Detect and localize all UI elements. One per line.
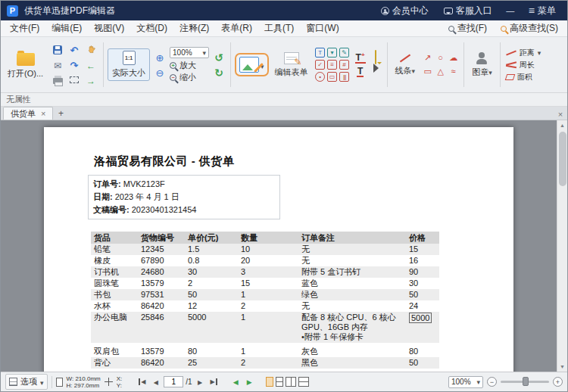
menu-item-4[interactable]: 注释(Z) [173,21,215,35]
previous-page-button[interactable] [150,376,161,387]
print-button[interactable] [50,73,65,87]
minimize-button[interactable] [502,1,519,20]
two-page-view-button[interactable] [286,377,296,387]
menu-item-1[interactable]: 编辑(E) [45,21,88,35]
table-header-cell: 单价(元) [185,232,238,244]
table-cell: 15 [406,244,439,255]
page-height-value: H: 297.0mm [67,382,101,389]
rotate-right-icon [214,66,223,79]
list-box-tool-button[interactable] [327,60,337,70]
actual-size-button[interactable]: 实际大小 [108,48,150,81]
options-button[interactable]: 选项 [5,374,48,390]
redo-button[interactable] [67,58,82,72]
zoom-in-slider-button[interactable] [553,377,563,387]
menu-item-0[interactable]: 文件(F) [4,21,45,35]
table-row: 水杯86420122无24 [91,300,439,312]
note-comment-button[interactable] [375,51,376,64]
distance-tool-button[interactable]: 距离 [504,48,543,58]
area-tool-button[interactable]: 面积 [504,72,543,82]
edit-content-button[interactable] [239,57,259,73]
single-page-view-button[interactable] [266,377,273,387]
oval-tool-button[interactable] [438,54,443,62]
find-button[interactable]: 查找(F) [442,20,493,36]
rectangle-tool-button[interactable] [423,67,431,76]
polygon-tool-button[interactable] [437,67,443,76]
app-menu-button[interactable]: 菜单 [523,1,561,20]
zoom-in-button[interactable]: 放大 [170,60,209,70]
audio-comment-button[interactable] [373,66,379,79]
image-field-tool-button[interactable] [339,60,349,70]
polyline-tool-button[interactable] [451,67,456,76]
select-tool-button[interactable] [67,73,82,87]
edit-text-button[interactable]: T [357,67,364,77]
scroll-up-arrow-icon[interactable] [557,120,568,130]
next-page-button[interactable] [195,376,206,387]
edit-form-button[interactable]: 编辑表单 [271,51,312,79]
scrollbar-thumb[interactable] [559,132,566,186]
add-text-button[interactable]: T [355,51,366,64]
forward-arrow-icon [86,73,95,87]
menu-item-7[interactable]: 窗口(W) [300,21,345,35]
arrow-tool-button[interactable] [424,54,431,62]
menu-item-6[interactable]: 工具(T) [258,21,300,35]
history-back-button[interactable] [230,376,242,387]
continuous-view-button[interactable] [276,377,283,387]
signature-tool-button[interactable] [339,48,349,58]
add-tab-button[interactable] [55,107,67,120]
hand-tool-button[interactable] [83,43,98,57]
tab-supply-list[interactable]: 供货单 [3,107,53,120]
perimeter-tool-button[interactable]: 周长 [504,60,543,70]
page-size-icon [56,378,63,387]
advanced-find-button[interactable]: 高级查找(S) [495,20,564,36]
open-file-button[interactable]: 打开(O)... [4,48,47,81]
previous-view-button[interactable] [83,58,98,72]
barcode-tool-button[interactable] [339,72,349,82]
combo-box-tool-button[interactable] [327,48,337,58]
zoom-slider[interactable] [501,381,549,383]
scroll-down-arrow-icon[interactable] [557,362,568,372]
undo-icon [70,43,79,57]
vertical-scrollbar[interactable] [557,120,567,372]
history-forward-button[interactable] [244,376,255,387]
radio-button-tool-button[interactable] [315,72,325,82]
undo-button[interactable] [67,43,82,57]
member-center-button[interactable]: 会员中心 [376,1,434,20]
save-button[interactable] [50,43,65,57]
page-navigation: /1 [136,376,308,387]
rotate-right-button[interactable] [211,66,226,79]
zoom-out-slider-button[interactable] [487,377,497,387]
distance-label: 距离 [520,48,535,58]
cloud-tool-button[interactable] [449,54,457,62]
document-tabbar: 供货单 [1,107,567,120]
push-button-tool-button[interactable] [327,72,337,82]
zoom-level-select[interactable]: 100% [170,47,209,58]
stamp-button[interactable]: 图章 [468,51,496,79]
menu-item-3[interactable]: 文档(D) [130,21,173,35]
order-number-line: 订单号: MVK2123F [93,178,275,191]
rotate-left-button[interactable] [211,51,226,64]
checkbox-tool-button[interactable] [315,60,325,70]
file-tools-group [49,42,99,88]
next-view-button[interactable] [83,73,98,87]
page-number-input[interactable] [164,376,183,387]
zoom-in-circle-button[interactable] [152,51,167,64]
text-field-tool-button[interactable] [315,48,325,58]
tab-close-icon[interactable] [41,109,45,118]
two-page-continuous-view-button[interactable] [298,377,309,387]
line-tool-button[interactable]: 线条 [392,52,420,78]
first-page-button[interactable] [136,376,148,387]
menu-item-5[interactable]: 表单(R) [215,21,258,35]
table-cell: 15 [238,278,298,289]
zoom-out-button[interactable]: 缩小 [170,72,209,82]
last-page-button[interactable] [208,376,220,387]
toolbar-separator [387,42,388,87]
email-button[interactable] [50,58,65,72]
zoom-slider-thumb[interactable] [523,377,529,386]
customer-service-button[interactable]: 客服入口 [438,1,498,20]
close-document-button[interactable] [554,107,567,120]
table-row: 书包97531501绿色50 [91,289,439,300]
menu-item-2[interactable]: 视图(V) [88,21,130,35]
status-zoom-select[interactable]: 100% [448,376,483,388]
toolbar-separator [463,42,464,87]
zoom-out-circle-button[interactable] [152,66,167,79]
